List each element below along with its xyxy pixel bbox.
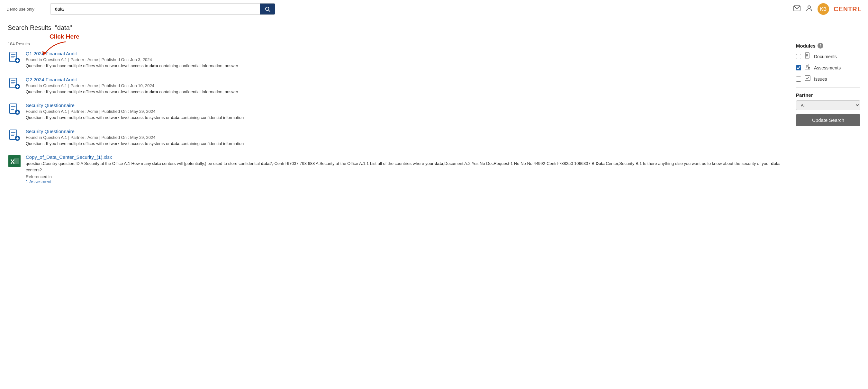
module-item-documents: Documents <box>796 52 860 60</box>
result-snippet: Question : If you have multiple offices … <box>26 141 244 147</box>
assessment-icon <box>8 51 21 64</box>
result-snippet: Question : If you have multiple offices … <box>26 89 238 95</box>
result-meta: Found in Question A.1 | Partner : Acme |… <box>26 109 244 114</box>
assessments-label[interactable]: Assessments <box>814 65 841 70</box>
result-content: Security Questionnaire Found in Question… <box>26 128 244 147</box>
header: Demo use only KB CENTRL <box>0 0 868 18</box>
demo-text: Demo use only <box>6 7 45 11</box>
search-bar <box>50 3 275 15</box>
results-count: 184 Results <box>8 41 786 46</box>
result-title[interactable]: Security Questionnaire <box>26 128 74 134</box>
module-item-assessments: Assessments <box>796 64 860 72</box>
page-title: Search Results :"data" <box>8 24 860 31</box>
brand-name: CENTRL <box>834 5 862 13</box>
issues-label[interactable]: Issues <box>814 77 827 82</box>
result-snippet: Question : If you have multiple offices … <box>26 115 244 121</box>
assessment-icon <box>8 102 21 116</box>
result-meta: Found in Question A.1 | Partner : Acme |… <box>26 135 244 140</box>
result-ref-link-container: 1 Assesment <box>26 179 786 184</box>
result-title[interactable]: Q2 2024 Financial Audit <box>26 77 77 82</box>
list-item: Security Questionnaire Found in Question… <box>8 128 786 147</box>
main-layout: 184 Results Click Here <box>0 35 868 198</box>
result-content: Copy_of_Data_Center_Security_(1).xlsx qu… <box>26 154 786 184</box>
search-input[interactable] <box>51 4 260 14</box>
list-item: Q2 2024 Financial Audit Found in Questio… <box>8 77 786 95</box>
result-content: Q2 2024 Financial Audit Found in Questio… <box>26 77 238 95</box>
modules-label: Modules <box>796 43 815 49</box>
assessment-icon <box>8 77 21 90</box>
result-ref: Referenced in <box>26 174 786 179</box>
svg-point-3 <box>808 6 810 8</box>
assessment-icon <box>8 128 21 142</box>
result-snippet: question.Country question.ID A Security … <box>26 160 786 173</box>
result-content: Q1 2024 Financial Audit Found in Questio… <box>26 51 238 69</box>
modules-title: Modules ? <box>796 43 860 49</box>
svg-line-1 <box>269 10 270 11</box>
documents-checkbox[interactable] <box>796 54 801 59</box>
page-title-bar: Search Results :"data" <box>0 18 868 35</box>
result-title[interactable]: Q1 2024 Financial Audit <box>26 51 77 56</box>
mail-icon[interactable] <box>793 4 801 14</box>
search-button[interactable] <box>260 3 275 14</box>
result-title[interactable]: Copy_of_Data_Center_Security_(1).xlsx <box>26 154 112 160</box>
assessments-icon <box>804 64 811 72</box>
partner-select[interactable]: All <box>796 100 860 110</box>
excel-icon: X <box>8 154 21 168</box>
assessments-checkbox[interactable] <box>796 65 801 70</box>
result-assesment-link[interactable]: 1 Assesment <box>26 179 52 184</box>
issues-checkbox[interactable] <box>796 77 801 82</box>
list-item: Q1 2024 Financial Audit Found in Questio… <box>8 51 786 69</box>
header-icons: KB CENTRL <box>793 3 862 15</box>
documents-label[interactable]: Documents <box>814 54 837 59</box>
module-item-issues: Issues <box>796 75 860 83</box>
avatar[interactable]: KB <box>817 3 829 15</box>
svg-rect-35 <box>14 158 19 164</box>
issues-icon <box>804 75 811 83</box>
list-item: X Copy_of_Data_Center_Security_(1).xlsx … <box>8 154 786 184</box>
results-area: 184 Results Click Here <box>8 41 786 192</box>
documents-icon <box>804 52 811 60</box>
update-search-button[interactable]: Update Search <box>796 114 860 126</box>
sidebar-divider <box>796 87 860 88</box>
result-content: Security Questionnaire Found in Question… <box>26 102 244 121</box>
sidebar: Modules ? Documents <box>796 41 860 126</box>
list-item: Security Questionnaire Found in Question… <box>8 102 786 121</box>
result-title[interactable]: Security Questionnaire <box>26 102 74 108</box>
result-meta: Found in Question A.1 | Partner : Acme |… <box>26 57 238 62</box>
result-snippet: Question : If you have multiple offices … <box>26 63 238 69</box>
result-meta: Found in Question A.1 | Partner : Acme |… <box>26 83 238 88</box>
user-icon[interactable] <box>805 4 813 14</box>
partner-label: Partner <box>796 92 860 98</box>
help-icon[interactable]: ? <box>817 43 823 49</box>
